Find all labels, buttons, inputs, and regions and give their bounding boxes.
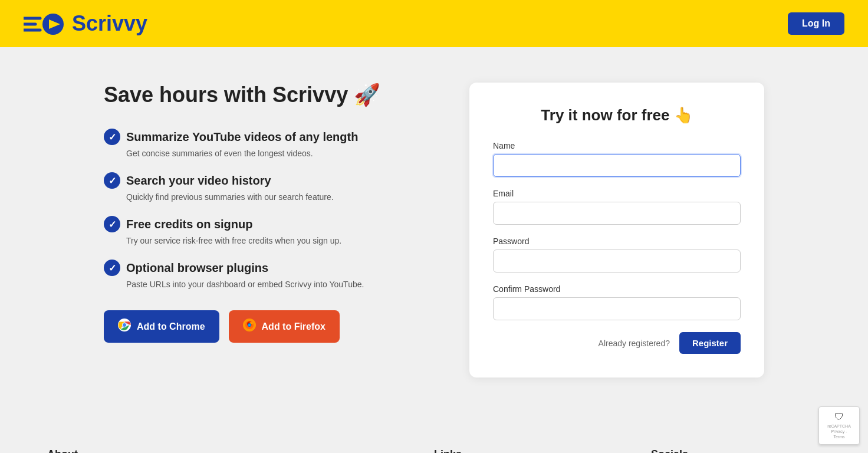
recaptcha-badge: 🛡 reCAPTCHAPrivacy - Terms — [818, 406, 860, 445]
recaptcha-logo: 🛡 — [825, 412, 853, 422]
logo-icon — [24, 8, 65, 40]
svg-point-14 — [248, 324, 251, 326]
feature-title-1: Summarize YouTube videos of any length — [104, 129, 434, 145]
name-label: Name — [493, 141, 741, 150]
recaptcha-text: reCAPTCHAPrivacy - Terms — [825, 424, 853, 439]
feature-desc-1: Get concise summaries of even the longes… — [126, 149, 434, 158]
links-title: Links — [434, 448, 604, 453]
browser-buttons: Add to Chrome Add to Firefox — [104, 310, 434, 343]
feature-item-3: Free credits on signup Try our service r… — [104, 216, 434, 245]
feature-title-2: Search your video history — [104, 172, 434, 189]
confirm-password-field-group: Confirm Password — [493, 284, 741, 320]
feature-desc-2: Quickly find previous summaries with our… — [126, 192, 434, 202]
feature-desc-4: Paste URLs into your dashboard or embed … — [126, 280, 434, 289]
registration-form-card: Try it now for free 👆 Name Email Passwor… — [469, 83, 764, 378]
register-button[interactable]: Register — [679, 332, 741, 354]
name-field-group: Name — [493, 141, 741, 177]
form-footer: Already registered? Register — [493, 332, 741, 354]
footer: About Scrivvy is a powerful tool that su… — [0, 425, 868, 453]
check-icon-2 — [104, 172, 120, 189]
socials-title: Socials — [651, 448, 821, 453]
check-icon-3 — [104, 216, 120, 232]
header: Scrivvy Log In — [0, 0, 868, 47]
login-button[interactable]: Log In — [788, 12, 844, 35]
add-to-chrome-button[interactable]: Add to Chrome — [104, 310, 219, 343]
footer-about-section: About Scrivvy is a powerful tool that su… — [47, 448, 387, 453]
logo-area: Scrivvy — [24, 8, 147, 40]
about-title: About — [47, 448, 387, 453]
feature-item-1: Summarize YouTube videos of any length G… — [104, 129, 434, 158]
password-field-group: Password — [493, 237, 741, 273]
chrome-icon — [118, 319, 131, 334]
check-icon-4 — [104, 260, 120, 276]
email-field-group: Email — [493, 189, 741, 225]
footer-links-section: Links Terms of Service Privacy Notice Co… — [434, 448, 604, 453]
confirm-password-input[interactable] — [493, 297, 741, 320]
feature-item-2: Search your video history Quickly find p… — [104, 172, 434, 202]
logo-text: Scrivvy — [72, 11, 147, 36]
email-label: Email — [493, 189, 741, 198]
form-title: Try it now for free 👆 — [493, 106, 741, 124]
feature-title-3: Free credits on signup — [104, 216, 434, 232]
left-section: Save hours with Scrivvy 🚀 Summarize YouT… — [104, 83, 434, 343]
name-input[interactable] — [493, 154, 741, 177]
check-icon-1 — [104, 129, 120, 145]
main-title: Save hours with Scrivvy 🚀 — [104, 83, 434, 107]
firefox-icon — [243, 319, 256, 334]
password-label: Password — [493, 237, 741, 246]
feature-desc-3: Try our service risk-free with free cred… — [126, 236, 434, 245]
confirm-password-label: Confirm Password — [493, 284, 741, 294]
add-to-firefox-button[interactable]: Add to Firefox — [229, 310, 340, 343]
feature-title-4: Optional browser plugins — [104, 260, 434, 276]
main-content: Save hours with Scrivvy 🚀 Summarize YouT… — [80, 47, 788, 401]
footer-top: About Scrivvy is a powerful tool that su… — [47, 448, 821, 453]
password-input[interactable] — [493, 250, 741, 273]
already-registered-text: Already registered? — [599, 339, 670, 348]
svg-point-8 — [123, 323, 126, 327]
email-input[interactable] — [493, 202, 741, 225]
feature-item-4: Optional browser plugins Paste URLs into… — [104, 260, 434, 289]
footer-socials-section: Socials • 𝕏 — [651, 448, 821, 453]
